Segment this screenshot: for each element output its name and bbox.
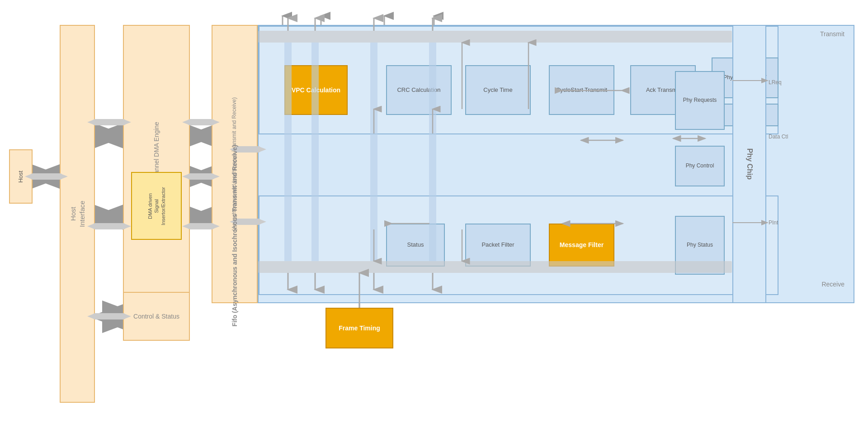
data-ctl-label: Data Ctl — [769, 133, 788, 140]
crc-calculation-block: CRC Calculation — [386, 65, 452, 115]
phy-requests-block: Phy Requests — [675, 71, 725, 130]
receive-label: Receive — [821, 281, 844, 288]
host-block: Host — [9, 149, 33, 204]
vpc-calculation-label: VPC Calculation — [292, 86, 340, 94]
message-filter-label: Message Filter — [560, 241, 604, 249]
vpc-calculation-block: VPC Calculation — [284, 65, 348, 115]
transmit-label: Transmit — [820, 30, 844, 38]
frame-timing-label: Frame Timing — [339, 324, 380, 332]
pint-label: PInt — [769, 219, 778, 226]
cycle-time-block: Cycle Time — [465, 65, 531, 115]
packet-filter-label: Packet Filter — [481, 241, 514, 249]
dma-driven-label: DMA drivenSignalInsertor/Extractor — [147, 187, 166, 225]
status-label: Status — [407, 241, 424, 249]
cycle-start-transmit-block: CycleStart Transmit — [549, 65, 614, 115]
crc-calculation-label: CRC Calculation — [397, 86, 440, 94]
status-block: Status — [386, 224, 445, 267]
lreq-label: LReq — [769, 79, 782, 86]
host-interface-label: HostInterface — [69, 200, 86, 227]
diagram-container: Host HostInterface Multiple Channel DMA … — [0, 0, 868, 429]
phy-status-label: Phy Status — [687, 242, 713, 249]
phy-control-block: Phy Control — [675, 146, 725, 186]
host-interface-block: HostInterface — [60, 25, 95, 403]
frame-timing-block: Frame Timing — [326, 308, 393, 348]
control-status-block: Control & Status — [123, 292, 190, 341]
phy-chip-block: Phy Chip — [732, 25, 766, 303]
phy-status-block: Phy Status — [675, 216, 725, 275]
fifo-title-label: Fifo (Asynchronous and Isochronous Trans… — [212, 145, 258, 328]
phy-control-label: Phy Control — [686, 162, 714, 170]
multiple-channel-dma-block: Multiple Channel DMA Engine — [123, 25, 190, 303]
packet-filter-block: Packet Filter — [465, 224, 531, 267]
cycle-time-label: Cycle Time — [483, 86, 512, 94]
message-filter-block: Message Filter — [549, 224, 614, 267]
cycle-start-transmit-label: CycleStart Transmit — [556, 86, 607, 94]
dma-driven-block: DMA drivenSignalInsertor/Extractor — [131, 172, 182, 240]
phy-chip-label: Phy Chip — [745, 148, 754, 180]
control-status-label: Control & Status — [133, 312, 179, 320]
phy-requests-label: Phy Requests — [683, 97, 717, 104]
host-label: Host — [17, 171, 25, 183]
